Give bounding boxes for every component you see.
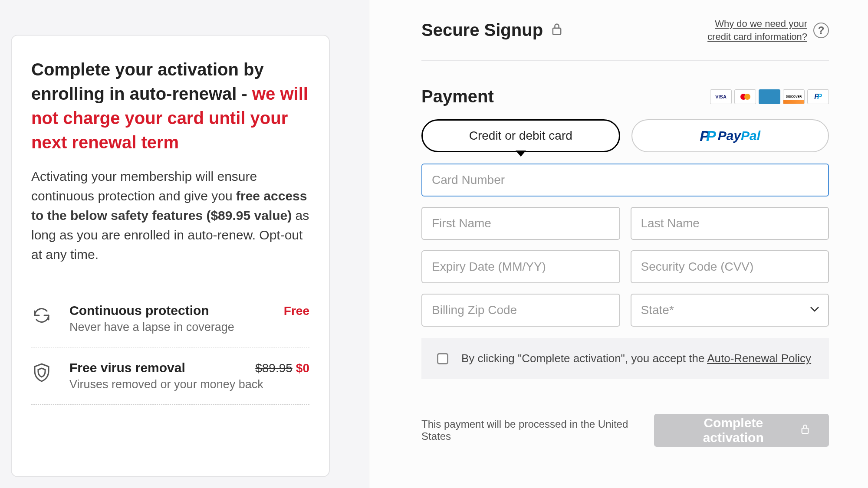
discover-icon: DISCOVER — [783, 89, 805, 104]
feature-desc: Viruses removed or your money back — [69, 378, 309, 391]
complete-activation-button[interactable]: Complete activation — [654, 414, 829, 447]
secure-header: Secure Signup Why do we need your credit… — [421, 17, 829, 61]
lock-icon — [551, 20, 563, 40]
payment-title: Payment — [421, 87, 494, 106]
svg-rect-0 — [553, 28, 561, 35]
secure-title-text: Secure Signup — [421, 20, 543, 40]
payment-form — [421, 164, 829, 327]
consent-text: By clicking "Complete activation", you a… — [461, 352, 811, 365]
payment-method-card-label: Credit or debit card — [469, 129, 572, 143]
paypal-logo: PPPayPal — [700, 128, 760, 144]
first-name-input[interactable] — [421, 207, 620, 240]
consent-checkbox[interactable] — [437, 353, 448, 364]
feature-price-strike: $89.95 — [255, 361, 293, 375]
feature-title: Free virus removal — [69, 360, 185, 375]
help-icon[interactable]: ? — [813, 23, 829, 38]
feature-title: Continuous protection — [69, 303, 209, 318]
billing-zip-input[interactable] — [421, 294, 620, 327]
subtext-prefix: Activating your membership will ensure c… — [31, 169, 257, 203]
activation-subtext: Activating your membership will ensure c… — [31, 167, 309, 264]
lock-icon — [800, 423, 810, 438]
svg-rect-1 — [802, 429, 809, 434]
complete-activation-label: Complete activation — [673, 416, 793, 445]
info-link-line1: Why do we need your — [715, 18, 807, 29]
payment-method-paypal-tab[interactable]: PPPayPal — [631, 119, 829, 152]
right-panel: Secure Signup Why do we need your credit… — [369, 0, 868, 488]
feature-continuous-protection: Continuous protection Free Never have a … — [31, 290, 309, 347]
consent-prefix: By clicking "Complete activation", you a… — [461, 352, 707, 365]
secure-title: Secure Signup — [421, 20, 563, 40]
last-name-input[interactable] — [631, 207, 829, 240]
why-credit-card-link[interactable]: Why do we need your credit card informat… — [707, 17, 807, 43]
card-brand-icons: VISA DISCOVER PP — [710, 89, 829, 104]
card-number-input[interactable] — [421, 164, 829, 197]
feature-desc: Never have a lapse in coverage — [69, 321, 309, 334]
heading-prefix: Complete your activation by enrolling in… — [31, 60, 264, 103]
shield-icon — [31, 362, 52, 383]
activation-heading: Complete your activation by enrolling in… — [31, 57, 309, 154]
cvv-input[interactable] — [631, 250, 829, 283]
visa-icon: VISA — [710, 89, 732, 104]
activation-card: Complete your activation by enrolling in… — [11, 35, 330, 477]
left-panel: Complete your activation by enrolling in… — [0, 0, 369, 488]
paypal-icon: PP — [807, 89, 829, 104]
refresh-cycle-icon — [31, 305, 52, 326]
expiry-input[interactable] — [421, 250, 620, 283]
info-link-line2: credit card information? — [707, 31, 807, 42]
consent-box: By clicking "Complete activation", you a… — [421, 338, 829, 379]
mastercard-icon — [734, 89, 756, 104]
payment-method-card-tab[interactable]: Credit or debit card — [421, 119, 620, 152]
feature-price: $89.95$0 — [255, 361, 309, 375]
amex-icon — [759, 89, 780, 104]
auto-renewal-policy-link[interactable]: Auto-Renewal Policy — [707, 352, 811, 365]
feature-price: Free — [284, 304, 309, 318]
feature-price-main: $0 — [296, 361, 309, 375]
state-select[interactable] — [631, 294, 829, 327]
feature-virus-removal: Free virus removal $89.95$0 Viruses remo… — [31, 347, 309, 405]
processed-in-text: This payment will be processed in the Un… — [421, 418, 654, 442]
